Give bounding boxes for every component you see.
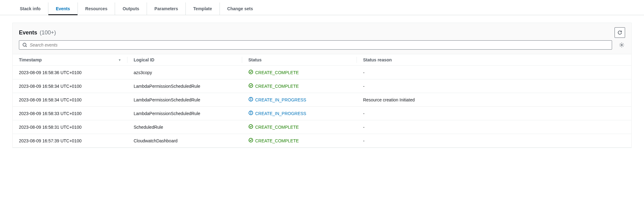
- table-header-row: Timestamp ▼ Logical ID Status Status rea…: [13, 54, 631, 66]
- status-text: CREATE_COMPLETE: [255, 84, 299, 89]
- cell-status: CREATE_COMPLETE: [242, 79, 357, 93]
- tab-template[interactable]: Template: [186, 2, 220, 15]
- svg-point-9: [251, 112, 251, 112]
- svg-point-0: [23, 43, 26, 46]
- search-row: [13, 40, 631, 54]
- cell-status-reason: -: [357, 107, 631, 120]
- check-circle-icon: [248, 69, 253, 75]
- panel-header: Events (100+): [13, 23, 631, 40]
- cell-timestamp: 2023-08-09 16:58:34 UTC+0100: [13, 79, 127, 93]
- table-body: 2023-08-09 16:58:36 UTC+0100azs3copyCREA…: [13, 66, 631, 148]
- cell-timestamp: 2023-08-09 16:57:39 UTC+0100: [13, 134, 127, 148]
- tab-parameters[interactable]: Parameters: [147, 2, 186, 15]
- status-badge: CREATE_IN_PROGRESS: [248, 97, 351, 103]
- check-circle-icon: [248, 124, 253, 130]
- status-text: CREATE_IN_PROGRESS: [255, 97, 306, 102]
- col-label: Logical ID: [134, 57, 154, 62]
- cell-timestamp: 2023-08-09 16:58:36 UTC+0100: [13, 66, 127, 79]
- cell-logical-id: azs3copy: [127, 66, 242, 79]
- panel-title-wrap: Events (100+): [19, 29, 56, 36]
- tab-events[interactable]: Events: [48, 2, 78, 15]
- table-row: 2023-08-09 16:57:39 UTC+0100CloudwatchDa…: [13, 134, 631, 148]
- cell-timestamp: 2023-08-09 16:58:33 UTC+0100: [13, 107, 127, 120]
- check-circle-icon: [248, 138, 253, 144]
- svg-point-6: [251, 98, 251, 99]
- table-row: 2023-08-09 16:58:34 UTC+0100LambdaPermis…: [13, 79, 631, 93]
- tab-stack-info[interactable]: Stack info: [12, 2, 48, 15]
- tab-outputs[interactable]: Outputs: [115, 2, 147, 15]
- cell-status-reason: Resource creation Initiated: [357, 93, 631, 107]
- status-badge: CREATE_COMPLETE: [248, 124, 351, 130]
- gear-icon: [619, 42, 624, 48]
- cell-status: CREATE_COMPLETE: [242, 66, 357, 79]
- col-label: Timestamp: [19, 57, 42, 62]
- cell-status: CREATE_COMPLETE: [242, 120, 357, 134]
- status-text: CREATE_COMPLETE: [255, 125, 299, 130]
- search-box[interactable]: [19, 40, 612, 50]
- check-circle-icon: [248, 83, 253, 89]
- cell-status: CREATE_IN_PROGRESS: [242, 107, 357, 120]
- cell-logical-id: LambdaPermissionScheduledRule: [127, 93, 242, 107]
- table-row: 2023-08-09 16:58:31 UTC+0100ScheduledRul…: [13, 120, 631, 134]
- tab-resources[interactable]: Resources: [78, 2, 115, 15]
- status-badge: CREATE_COMPLETE: [248, 69, 351, 75]
- cell-logical-id: LambdaPermissionScheduledRule: [127, 107, 242, 120]
- tabs-bar: Stack infoEventsResourcesOutputsParamete…: [0, 2, 644, 15]
- cell-logical-id: LambdaPermissionScheduledRule: [127, 79, 242, 93]
- cell-status-reason: -: [357, 134, 631, 148]
- status-badge: CREATE_COMPLETE: [248, 83, 351, 89]
- panel-title: Events: [19, 29, 37, 36]
- col-header-status-reason[interactable]: Status reason: [357, 54, 631, 66]
- cell-timestamp: 2023-08-09 16:58:34 UTC+0100: [13, 93, 127, 107]
- refresh-button[interactable]: [615, 27, 625, 38]
- svg-line-1: [26, 46, 27, 47]
- cell-status-reason: -: [357, 79, 631, 93]
- info-circle-icon: [248, 110, 253, 116]
- events-panel: Events (100+): [12, 23, 632, 148]
- status-badge: CREATE_COMPLETE: [248, 138, 351, 144]
- status-text: CREATE_IN_PROGRESS: [255, 111, 306, 116]
- panel-count: (100+): [40, 29, 56, 36]
- table-row: 2023-08-09 16:58:34 UTC+0100LambdaPermis…: [13, 93, 631, 107]
- cell-status-reason: -: [357, 66, 631, 79]
- col-header-logical-id[interactable]: Logical ID: [127, 54, 242, 66]
- cell-logical-id: ScheduledRule: [127, 120, 242, 134]
- cell-status: CREATE_COMPLETE: [242, 134, 357, 148]
- settings-button[interactable]: [618, 42, 625, 48]
- col-label: Status reason: [363, 57, 392, 62]
- col-header-timestamp[interactable]: Timestamp ▼: [13, 54, 127, 66]
- col-label: Status: [248, 57, 262, 62]
- sort-desc-icon: ▼: [118, 58, 121, 62]
- status-text: CREATE_COMPLETE: [255, 138, 299, 143]
- status-badge: CREATE_IN_PROGRESS: [248, 110, 351, 116]
- table-row: 2023-08-09 16:58:36 UTC+0100azs3copyCREA…: [13, 66, 631, 79]
- search-input[interactable]: [30, 42, 609, 47]
- svg-point-2: [621, 44, 623, 46]
- cell-logical-id: CloudwatchDashboard: [127, 134, 242, 148]
- cell-timestamp: 2023-08-09 16:58:31 UTC+0100: [13, 120, 127, 134]
- status-text: CREATE_COMPLETE: [255, 70, 299, 75]
- table-row: 2023-08-09 16:58:33 UTC+0100LambdaPermis…: [13, 107, 631, 120]
- cell-status-reason: -: [357, 120, 631, 134]
- cell-status: CREATE_IN_PROGRESS: [242, 93, 357, 107]
- tab-change-sets[interactable]: Change sets: [220, 2, 260, 15]
- col-header-status[interactable]: Status: [242, 54, 357, 66]
- info-circle-icon: [248, 97, 253, 103]
- events-table: Timestamp ▼ Logical ID Status Status rea…: [13, 54, 631, 148]
- search-icon: [22, 42, 27, 47]
- refresh-icon: [617, 30, 622, 35]
